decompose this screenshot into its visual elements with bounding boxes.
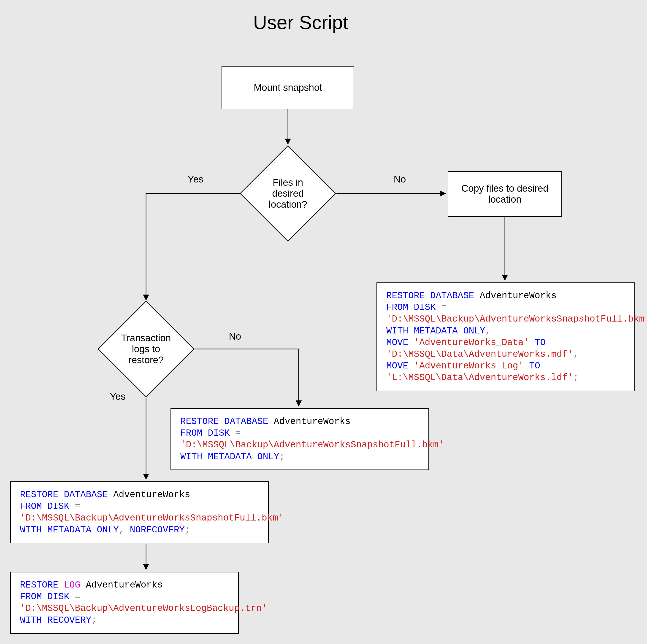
decision-files-in-location: Files indesiredlocation? <box>254 159 322 228</box>
label-yes-1: Yes <box>188 174 204 185</box>
arrow-decision1-yes <box>146 193 240 300</box>
node-copy-files: Copy files to desiredlocation <box>448 171 562 217</box>
arrow-decision2-no <box>195 349 299 406</box>
code-restore-metadata-only: RESTORE DATABASE AdventureWorks FROM DIS… <box>170 408 429 470</box>
decision-tx-logs-label: Transactionlogs torestore? <box>112 315 180 383</box>
code-restore-with-move: RESTORE DATABASE AdventureWorks FROM DIS… <box>376 283 635 391</box>
code-restore-log: RESTORE LOG AdventureWorks FROM DISK = '… <box>10 572 239 634</box>
label-no-2: No <box>229 331 241 342</box>
decision-tx-logs: Transactionlogs torestore? <box>112 315 180 383</box>
page-title: User Script <box>253 11 348 33</box>
decision-files-in-location-label: Files indesiredlocation? <box>254 159 322 228</box>
flowchart-canvas: User Script Mount snapshot Files indesir… <box>0 0 647 644</box>
label-no-1: No <box>393 174 406 185</box>
node-mount-snapshot: Mount snapshot <box>222 66 354 109</box>
code-restore-norecovery: RESTORE DATABASE AdventureWorks FROM DIS… <box>10 481 269 543</box>
label-yes-2: Yes <box>110 391 126 402</box>
